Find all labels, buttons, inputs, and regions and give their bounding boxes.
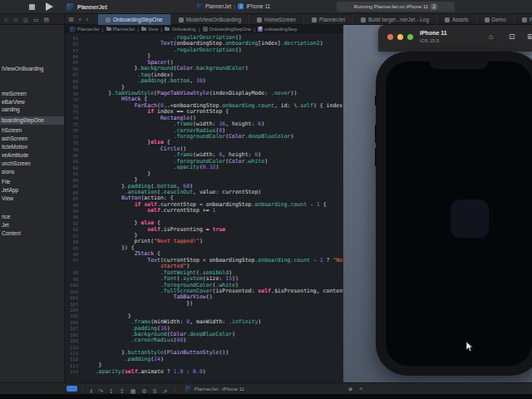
sidebar-item-ticlemotion[interactable]: ticleMotion bbox=[0, 143, 65, 151]
breadcrumb-item[interactable]: OnboardingStepOne bbox=[203, 27, 251, 32]
activity-status-text: Running PlannerJet on iPhone 11 bbox=[354, 4, 428, 9]
sidebar-item-sions[interactable]: sions bbox=[0, 168, 65, 176]
tab-onboardingstepone[interactable]: OnboardingStepOne bbox=[98, 14, 171, 25]
line-number: 91 bbox=[65, 221, 82, 226]
breadcrumb-item[interactable]: View bbox=[141, 27, 158, 32]
sidebar-item-nce[interactable]: nce bbox=[0, 213, 65, 221]
line-number: 84 bbox=[65, 178, 82, 183]
line-number: 61 bbox=[65, 36, 82, 41]
code-editor[interactable]: 61 .regularDescription()62 Text(onboardi… bbox=[65, 33, 343, 382]
property-badge-icon: P bbox=[258, 27, 263, 32]
debug-area-toggle-button[interactable] bbox=[66, 386, 77, 392]
debug-control-icon[interactable]: ▦ bbox=[131, 388, 136, 394]
code-lines: 61 .regularDescription()62 Text(onboardi… bbox=[65, 35, 343, 375]
code-line[interactable]: 89 self.currentStep += 1 bbox=[65, 208, 343, 214]
swift-file-icon bbox=[361, 17, 366, 22]
line-number: 87 bbox=[65, 196, 82, 201]
sidebar-item-boardingstepone[interactable]: boardingStepOne bbox=[0, 116, 65, 125]
code-line[interactable]: 114 .opacity(self.animate ? 1.0 : 0.0) bbox=[65, 369, 343, 375]
list-view-icon[interactable]: ≡ bbox=[359, 386, 362, 392]
stop-button-icon[interactable] bbox=[29, 4, 35, 10]
tab-label: ModelViewOnBoarding bbox=[186, 17, 241, 22]
sidebar-item-ashscreen[interactable]: ashScreen bbox=[0, 135, 65, 143]
sidebar-item-content[interactable]: Content bbox=[0, 229, 65, 238]
minimize-window-button[interactable] bbox=[397, 34, 403, 40]
sidebar-item-veamlitude[interactable]: veAmlitude bbox=[0, 151, 65, 160]
sidebar-item-oarding[interactable]: oarding bbox=[0, 106, 65, 114]
breadcrumb-item[interactable]: PlannerJet bbox=[106, 27, 135, 32]
close-window-button[interactable] bbox=[387, 34, 393, 40]
tab-assets[interactable]: Assets bbox=[437, 14, 477, 25]
tab-label: OnboardingStepOne bbox=[113, 17, 163, 22]
debug-control-icon[interactable]: ↥ bbox=[120, 388, 125, 394]
run-button-icon[interactable] bbox=[46, 2, 53, 11]
breadcrumb-item[interactable]: PlannerJet bbox=[70, 27, 99, 32]
phone-volume-up-button bbox=[375, 125, 377, 143]
line-number: 78 bbox=[65, 140, 82, 145]
debug-control-icon[interactable]: ⇗ bbox=[162, 388, 167, 394]
line-number: 65 bbox=[65, 60, 82, 65]
divider: | bbox=[81, 386, 83, 392]
simulator-screenshot-icon[interactable]: ⊡ bbox=[509, 33, 515, 41]
navigator-icon[interactable]: ▤ bbox=[43, 17, 49, 22]
navigator-icon[interactable]: ▭ bbox=[33, 17, 39, 22]
activity-status-pill: Running PlannerJet on iPhone 11 2 bbox=[337, 2, 455, 12]
tab-demo[interactable]: Demo bbox=[477, 14, 515, 25]
chevron-right-icon: ⟩ bbox=[254, 27, 255, 32]
divider: | bbox=[175, 386, 176, 392]
sidebar-item-file[interactable]: File bbox=[0, 178, 65, 186]
sidebar-item-iviewonboarding[interactable]: IViewOnBoarding bbox=[0, 65, 65, 73]
navigator-icon[interactable]: ◎ bbox=[23, 17, 28, 22]
debug-control-icon[interactable]: ‖ bbox=[90, 388, 92, 394]
scheme-selector[interactable]: PlannerJet ⟩ ▯ iPhone 11 bbox=[197, 3, 270, 9]
line-number: 69 bbox=[65, 85, 82, 90]
phone-mute-switch bbox=[375, 96, 377, 106]
debug-control-icon[interactable]: ⚙ bbox=[141, 388, 146, 394]
tab-build-target-nerjet-log[interactable]: Build target...nerJet - Log bbox=[353, 14, 437, 25]
scheme-app-icon bbox=[197, 3, 203, 9]
code-text: .cornerRadius(60) bbox=[82, 337, 186, 343]
debug-control-icon[interactable]: ↷ bbox=[98, 388, 103, 394]
editor-options-icon[interactable]: ◈ bbox=[348, 386, 352, 392]
sidebar-item-view[interactable]: View bbox=[0, 195, 65, 203]
debug-control-icon[interactable]: S bbox=[153, 388, 157, 394]
scheme-device-label[interactable]: iPhone 11 bbox=[246, 3, 270, 9]
sidebar-item-jet[interactable]: Jet bbox=[0, 221, 65, 229]
issue-count-badge[interactable]: 2 bbox=[431, 3, 437, 10]
line-number: 64 bbox=[65, 54, 82, 59]
sidebar-item-unchscreen[interactable]: unchScreen bbox=[0, 160, 65, 168]
project-navigator: IViewOnBoardingmeScreeneBarViewoardingbo… bbox=[0, 25, 65, 382]
tab-plannerjetapp[interactable]: PlannerJetApp bbox=[515, 14, 532, 25]
zoom-window-button[interactable] bbox=[407, 34, 413, 40]
code-line[interactable]: 112 .padding(24) bbox=[65, 357, 343, 362]
sidebar-item-mescreen[interactable]: meScreen bbox=[0, 90, 65, 98]
code-line[interactable]: 103 }) bbox=[65, 301, 343, 307]
line-number: 75 bbox=[65, 122, 82, 127]
scheme-app-label[interactable]: PlannerJet bbox=[205, 3, 231, 9]
phone-screen[interactable] bbox=[386, 62, 532, 366]
window-project-title: PlannerJet bbox=[77, 4, 107, 10]
simulator-home-icon[interactable]: ⌂ bbox=[489, 33, 493, 41]
breadcrumb-item[interactable]: PonboardingStep bbox=[258, 27, 297, 32]
line-number: 88 bbox=[65, 203, 82, 208]
tab-label: HomeScreen bbox=[264, 17, 296, 22]
tab-modelviewonboarding[interactable]: ModelViewOnBoarding bbox=[171, 14, 249, 25]
sidebar-item-hscreen[interactable]: hScreen bbox=[0, 126, 65, 135]
navigator-icon[interactable]: ⚠ bbox=[3, 17, 8, 22]
tab-plannerjet[interactable]: PlannerJet bbox=[304, 14, 353, 25]
simulator-more-icon[interactable]: ⊞ bbox=[527, 33, 532, 41]
line-number: 68 bbox=[65, 79, 82, 84]
tab-homescreen[interactable]: HomeScreen bbox=[249, 14, 304, 25]
tab-control-icon[interactable]: ⊞ bbox=[68, 16, 74, 23]
sidebar-item-jetapp[interactable]: JetApp bbox=[0, 186, 65, 195]
tab-control-icon[interactable]: › bbox=[86, 16, 88, 23]
debug-control-icon[interactable]: ↧ bbox=[109, 388, 114, 394]
screen-bottom-strip bbox=[0, 394, 532, 399]
code-line[interactable]: 109 .cornerRadius(60) bbox=[65, 337, 343, 343]
chevron-right-icon: ⟩ bbox=[234, 3, 235, 9]
swift-file-icon bbox=[203, 27, 208, 32]
navigator-icon[interactable]: ◇ bbox=[13, 17, 17, 22]
line-number: 79 bbox=[65, 147, 82, 152]
breadcrumb-item[interactable]: Onboarding bbox=[165, 27, 195, 32]
tab-control-icon[interactable]: ‹ bbox=[79, 16, 81, 23]
